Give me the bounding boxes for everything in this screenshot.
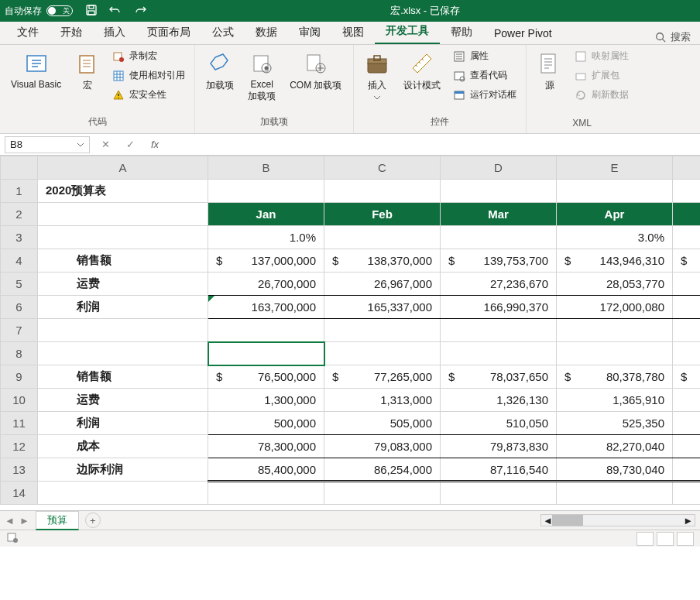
design-mode-button[interactable]: 设计模式 [399, 48, 445, 95]
row-header[interactable]: 4 [1, 249, 38, 273]
tab-view[interactable]: 视图 [331, 21, 375, 44]
row-header[interactable]: 6 [1, 296, 38, 319]
cell[interactable]: 销售额 [38, 365, 208, 389]
save-icon[interactable] [85, 4, 98, 19]
cell[interactable] [673, 389, 701, 412]
search-button[interactable]: 搜索 [655, 30, 694, 44]
row-header[interactable]: 7 [1, 319, 38, 342]
cell[interactable]: 1,313,000 [324, 389, 441, 412]
row-header[interactable]: 2 [1, 203, 38, 226]
cell[interactable]: 163,700,000 [208, 296, 324, 319]
autosave-toggle[interactable]: 自动保存 关 [5, 5, 73, 18]
horizontal-scrollbar[interactable]: ◄► [540, 514, 695, 526]
record-macro-button[interactable]: 录制宏 [109, 48, 188, 64]
view-layout-button[interactable] [657, 532, 674, 546]
visual-basic-button[interactable]: Visual Basic [6, 48, 66, 93]
sheet-next-icon[interactable]: ► [19, 515, 29, 526]
tab-formulas[interactable]: 公式 [201, 21, 245, 44]
cell[interactable]: $143,946,310 [557, 249, 673, 273]
add-sheet-button[interactable]: + [85, 513, 101, 528]
cell[interactable]: Feb [324, 203, 441, 226]
cell[interactable] [324, 482, 441, 505]
cell[interactable] [673, 435, 701, 458]
properties-button[interactable]: 属性 [450, 48, 520, 64]
scroll-right-icon[interactable]: ► [683, 515, 693, 526]
cell[interactable]: $138,370,000 [324, 249, 441, 273]
cell[interactable] [673, 319, 701, 342]
row-header[interactable]: 1 [1, 180, 38, 203]
cell[interactable]: Jan [208, 203, 324, 226]
col-header-more[interactable] [673, 156, 701, 180]
cell[interactable]: 2020预算表 [38, 180, 208, 203]
cell[interactable] [208, 319, 324, 342]
cell[interactable]: 1.0% [208, 226, 324, 249]
tab-review[interactable]: 审阅 [288, 21, 331, 44]
row-header[interactable]: 14 [1, 482, 38, 505]
col-header-E[interactable]: E [557, 156, 673, 180]
cell[interactable]: 边际利润 [38, 458, 208, 482]
tab-insert[interactable]: 插入 [93, 21, 136, 44]
cell[interactable]: 利润 [38, 412, 208, 435]
cell[interactable] [324, 226, 441, 249]
cell[interactable] [38, 203, 208, 226]
cell[interactable] [673, 458, 701, 482]
sheet-nav[interactable]: ◄ ► [5, 515, 29, 526]
cell[interactable]: $139,753,700 [441, 249, 557, 273]
col-header-D[interactable]: D [441, 156, 557, 180]
cell[interactable] [673, 412, 701, 435]
toggle-switch[interactable]: 关 [46, 5, 73, 16]
cell[interactable]: 89,730,040 [557, 458, 673, 482]
expansion-pack-button[interactable]: 扩展包 [571, 67, 632, 84]
cell[interactable]: 运费 [38, 389, 208, 412]
cell[interactable]: 运费 [38, 273, 208, 296]
sheet-prev-icon[interactable]: ◄ [5, 515, 15, 526]
cell[interactable] [441, 342, 557, 365]
cell[interactable]: 26,967,000 [324, 273, 441, 296]
tab-home[interactable]: 开始 [50, 21, 93, 44]
cell[interactable]: 成本 [38, 435, 208, 458]
cell[interactable]: Mar [441, 203, 557, 226]
refresh-data-button[interactable]: 刷新数据 [571, 87, 632, 103]
com-addins-button[interactable]: COM 加载项 [285, 48, 346, 95]
cell[interactable]: $77,265,000 [324, 365, 441, 389]
tab-powerpivot[interactable]: Power Pivot [483, 22, 563, 44]
cell[interactable] [441, 319, 557, 342]
cell[interactable] [441, 226, 557, 249]
cell[interactable] [557, 319, 673, 342]
macro-security-button[interactable]: 宏安全性 [109, 87, 188, 103]
cell[interactable]: 1,300,000 [208, 389, 324, 412]
cell[interactable]: 26,700,000 [208, 273, 324, 296]
cell[interactable] [673, 296, 701, 319]
cell[interactable]: $137,000,000 [208, 249, 324, 273]
cell[interactable]: 79,083,000 [324, 435, 441, 458]
insert-control-button[interactable]: 插入 [360, 48, 394, 103]
row-header[interactable]: 5 [1, 273, 38, 296]
row-header[interactable]: 8 [1, 342, 38, 365]
cell[interactable] [441, 482, 557, 505]
cell[interactable] [673, 180, 701, 203]
scroll-left-icon[interactable]: ◄ [543, 515, 553, 526]
cell[interactable]: Apr [557, 203, 673, 226]
cell[interactable] [441, 180, 557, 203]
cell[interactable]: 利润 [38, 296, 208, 319]
cell[interactable] [673, 482, 701, 505]
row-header[interactable]: 13 [1, 458, 38, 482]
view-code-button[interactable]: 查看代码 [450, 67, 520, 84]
row-header[interactable]: 12 [1, 435, 38, 458]
cell[interactable] [208, 482, 324, 505]
cell[interactable]: 28,053,770 [557, 273, 673, 296]
cell[interactable] [324, 180, 441, 203]
cell[interactable] [324, 342, 441, 365]
cell[interactable] [38, 482, 208, 505]
excel-addins-button[interactable]: Excel 加载项 [243, 48, 280, 106]
run-dialog-button[interactable]: 运行对话框 [450, 87, 520, 103]
cell[interactable]: 165,337,000 [324, 296, 441, 319]
cell[interactable] [673, 273, 701, 296]
tab-developer[interactable]: 开发工具 [375, 19, 440, 44]
record-macro-status-icon[interactable] [6, 531, 19, 546]
cell[interactable]: 78,300,000 [208, 435, 324, 458]
cell[interactable] [673, 203, 701, 226]
cell[interactable]: $78,037,650 [441, 365, 557, 389]
select-all-corner[interactable] [1, 156, 38, 180]
tab-file[interactable]: 文件 [6, 21, 50, 44]
